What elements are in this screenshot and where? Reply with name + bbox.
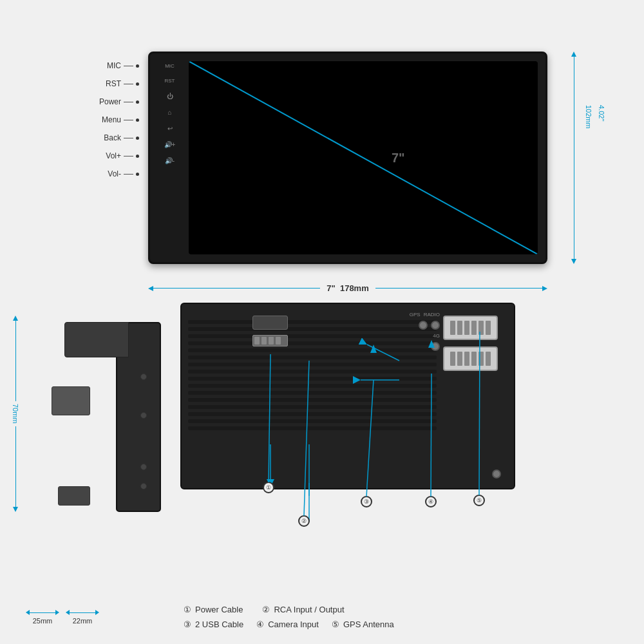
antenna-labels-area: GPS RADIO 4G bbox=[410, 312, 440, 351]
side-port-4 bbox=[140, 483, 147, 489]
dim-line-v2 bbox=[574, 158, 574, 259]
label-line bbox=[124, 138, 133, 138]
arrow-right bbox=[542, 286, 547, 291]
side-top-connector bbox=[64, 322, 129, 357]
arrow-left bbox=[148, 286, 153, 291]
legend-item-3: ③ 2 USB Cable bbox=[184, 620, 243, 629]
vent-4 bbox=[188, 341, 437, 345]
pin bbox=[486, 321, 491, 335]
pin bbox=[478, 321, 484, 335]
diagonal-line-svg bbox=[189, 61, 538, 254]
aw-right2 bbox=[95, 610, 99, 615]
label-dot bbox=[136, 118, 139, 122]
bottom-section: 70mm bbox=[0, 296, 644, 644]
label-dot bbox=[136, 155, 139, 158]
vent-15 bbox=[188, 419, 437, 423]
vent-2 bbox=[188, 327, 437, 331]
vent-1 bbox=[188, 320, 437, 324]
4g-port bbox=[431, 342, 440, 351]
callout-3: ③ bbox=[361, 496, 372, 507]
pin bbox=[457, 352, 462, 366]
side-bottom-connector bbox=[58, 486, 90, 506]
width1-dim: 25mm bbox=[26, 610, 59, 625]
mic-label: MIC bbox=[97, 61, 139, 70]
v-line2 bbox=[15, 426, 16, 507]
height-mm-label: 102mm bbox=[585, 105, 592, 129]
s-pin bbox=[261, 337, 267, 345]
side-port-1 bbox=[140, 374, 147, 380]
label-line bbox=[124, 84, 133, 84]
menu-icon: ⌂ bbox=[155, 109, 184, 116]
s-pin bbox=[254, 337, 260, 345]
arrow-top bbox=[571, 52, 576, 57]
main-connectors bbox=[443, 316, 498, 371]
label-dot bbox=[136, 100, 139, 104]
vent-9 bbox=[188, 377, 437, 381]
power-icon: ⏻ bbox=[155, 93, 184, 100]
s-pin bbox=[269, 337, 274, 345]
right-dimension: 4.02" 102mm bbox=[571, 52, 576, 264]
aw-line2 bbox=[70, 612, 95, 613]
main-container: MIC RST Power Menu bbox=[0, 0, 644, 644]
legend-num-1: ① bbox=[184, 605, 191, 614]
gps-port bbox=[419, 321, 428, 330]
back-icon: ↩ bbox=[155, 125, 184, 132]
antenna-ports bbox=[419, 321, 440, 330]
bottom-port bbox=[492, 469, 501, 478]
rst-text: RST bbox=[155, 78, 184, 84]
volminus-icon: 🔊- bbox=[155, 157, 184, 164]
pin bbox=[471, 352, 477, 366]
dim-line-h bbox=[153, 288, 320, 289]
pin bbox=[471, 321, 477, 335]
dim-line-h2 bbox=[375, 288, 542, 289]
legend-item-5: ⑤ GPS Antenna bbox=[332, 620, 394, 629]
legend-item-1: ① Power Cable bbox=[184, 605, 243, 614]
back-label: Back bbox=[97, 133, 139, 142]
pin bbox=[478, 352, 484, 366]
small-connectors bbox=[252, 316, 288, 346]
volplus-label: Vol+ bbox=[97, 151, 139, 160]
label-line bbox=[124, 66, 133, 66]
legend-label-1: Power Cable bbox=[195, 605, 243, 614]
callout-5: ⑤ bbox=[473, 495, 485, 506]
svg-line-0 bbox=[189, 61, 538, 254]
arrow-down bbox=[13, 507, 18, 512]
bottom-width-labels: 25mm 22mm bbox=[26, 610, 99, 625]
depth-label: 70mm bbox=[12, 401, 19, 426]
device-rear: GPS RADIO 4G bbox=[180, 303, 515, 489]
power-label: Power bbox=[97, 97, 139, 106]
small-conn-1 bbox=[252, 316, 288, 330]
small-conn-2 bbox=[252, 335, 288, 346]
legend-num-2: ② bbox=[262, 605, 270, 614]
height-inch-label: 4.02" bbox=[598, 105, 605, 121]
callout-2: ② bbox=[298, 515, 310, 527]
label-line bbox=[124, 120, 133, 120]
mic-text: MIC bbox=[155, 63, 184, 69]
top-section: MIC RST Power Menu bbox=[13, 13, 631, 290]
width2-dim: 22mm bbox=[66, 610, 99, 625]
vent-6 bbox=[188, 355, 437, 359]
arrow-up bbox=[13, 316, 18, 321]
volminus-label: Vol- bbox=[97, 169, 139, 178]
width2-label: 22mm bbox=[73, 617, 93, 625]
menu-label: Menu bbox=[97, 115, 139, 124]
legend-area: ① Power Cable ② RCA Input / Output ③ 2 U… bbox=[180, 600, 522, 634]
v-line bbox=[15, 321, 16, 401]
callout-1: ① bbox=[263, 482, 274, 493]
pin bbox=[464, 352, 469, 366]
antenna-labels: GPS RADIO bbox=[410, 312, 440, 317]
connector-bottom bbox=[443, 346, 498, 371]
legend-row-1: ① Power Cable ② RCA Input / Output bbox=[184, 605, 518, 614]
vent-12 bbox=[188, 398, 437, 402]
label-dot bbox=[136, 137, 139, 140]
aw-line1 bbox=[30, 612, 55, 613]
device-front: MIC RST ⏻ ⌂ ↩ 🔊+ 🔊- 7" bbox=[148, 52, 547, 264]
legend-label-4: Camera Input bbox=[268, 620, 319, 629]
callout-4: ④ bbox=[425, 496, 437, 507]
control-labels: MIC RST Power Menu bbox=[97, 61, 139, 178]
device-buttons: MIC RST ⏻ ⌂ ↩ 🔊+ 🔊- bbox=[155, 63, 184, 164]
vent-13 bbox=[188, 405, 437, 409]
pin bbox=[450, 321, 455, 335]
side-port-3 bbox=[140, 464, 147, 470]
label-dot bbox=[136, 173, 139, 176]
